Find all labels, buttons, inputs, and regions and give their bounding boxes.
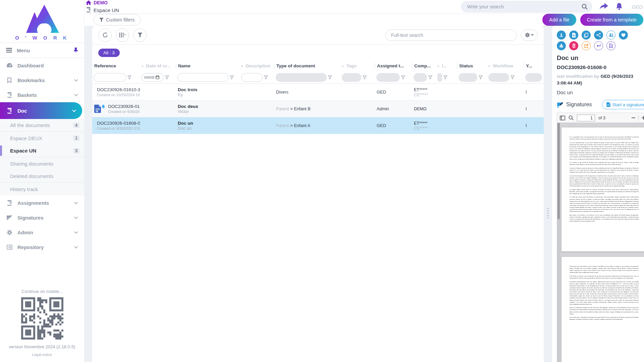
copy-button[interactable] — [582, 31, 591, 40]
legal-notice-link[interactable]: Legal notice — [32, 353, 52, 357]
filter-funnel-icon[interactable] — [401, 75, 405, 79]
filter-name-input[interactable] — [177, 73, 228, 82]
filter-button[interactable] — [133, 28, 147, 42]
column-header-i[interactable]: ▸I... — [436, 63, 457, 69]
download-button[interactable] — [557, 31, 566, 40]
filter-funnel-icon[interactable] — [127, 75, 131, 79]
sidebar-item-espace-un[interactable]: Espace UN 3 — [0, 144, 84, 157]
column-header-status[interactable]: Status — [457, 63, 487, 69]
column-header-tags[interactable]: ▸Tags — [340, 63, 375, 69]
notification-bell-icon[interactable] — [615, 3, 623, 11]
add-file-button[interactable]: Add a file — [542, 14, 576, 26]
columns-button[interactable] — [116, 28, 129, 42]
share-button[interactable] — [594, 31, 603, 40]
open-external-button[interactable] — [582, 41, 591, 50]
pdf-page-2: S'il pouvait nous être donné à nous, hom… — [561, 256, 644, 362]
column-header-workflow[interactable]: ▸Workflow — [487, 63, 524, 69]
app-logo[interactable]: O ' W O R K — [0, 0, 84, 43]
filter-funnel-icon[interactable] — [230, 75, 234, 79]
sidebar-item-admin[interactable]: Admin — [0, 225, 84, 240]
pdf-vertical-scrollbar[interactable] — [557, 123, 560, 362]
sort-arrow-icon: ▸ — [342, 64, 344, 68]
hamburger-icon[interactable] — [6, 48, 12, 53]
favorite-button[interactable] — [619, 31, 628, 40]
table-settings-button[interactable] — [521, 29, 538, 41]
column-header-reference[interactable]: Reference — [92, 63, 140, 69]
sidebar-item-sharing-documents[interactable]: Sharing documents — [0, 157, 84, 170]
column-header-y[interactable]: Y... — [524, 63, 544, 69]
upload-file-button[interactable] — [569, 31, 578, 40]
column-header-date[interactable]: ▸Date of cr... — [140, 63, 176, 69]
document-info-button[interactable] — [606, 41, 615, 50]
sidebar-toggle-icon[interactable] — [560, 116, 565, 120]
filter-reference-input[interactable] — [94, 73, 126, 82]
sidebar-item-baskets[interactable]: Baskets — [0, 87, 84, 102]
filter-funnel-icon[interactable] — [443, 75, 447, 79]
sidebar-item-assignments[interactable]: Assignments — [0, 195, 84, 210]
global-search-input[interactable] — [467, 4, 582, 9]
table-row-selected[interactable]: PDF DOC230926-01608-0Created on 9/26/202… — [92, 117, 544, 134]
filter-funnel-icon[interactable] — [264, 75, 268, 79]
column-header-assigned[interactable]: Assigned t... — [375, 63, 412, 69]
panel-resize-handle[interactable] — [547, 207, 549, 218]
sidebar-item-doc[interactable]: Doc — [0, 102, 82, 119]
table-row[interactable]: PDF DOC230926-01610-3Created on 10/29/20… — [92, 84, 544, 101]
sidebar-item-all-documents[interactable]: All the documents 4 — [0, 119, 84, 132]
fulltext-search-input[interactable] — [391, 33, 511, 38]
book-icon — [6, 200, 13, 206]
file-upload-icon — [572, 33, 576, 38]
signatures-section: Signatures PDF Start a signature — [557, 100, 644, 109]
filter-funnel-icon[interactable] — [328, 75, 332, 79]
sidebar-item-repository[interactable]: Repository — [0, 240, 84, 254]
sidebar-item-signatures[interactable]: Signatures — [0, 210, 84, 225]
search-icon[interactable] — [582, 4, 588, 10]
stamp-button[interactable] — [557, 41, 566, 50]
download-icon — [559, 33, 564, 37]
scrollbar-thumb[interactable] — [557, 123, 560, 219]
filter-funnel-icon[interactable] — [511, 75, 515, 79]
share-nodes-icon — [596, 33, 601, 37]
share-icon[interactable] — [599, 3, 608, 10]
refresh-button[interactable] — [98, 28, 112, 42]
sidebar-item-espace-deux[interactable]: Espace DEUX 1 — [0, 132, 84, 144]
columns-icon — [119, 33, 126, 38]
create-from-template-button[interactable]: Create from a template — [580, 14, 643, 26]
tab-all-count[interactable]: All : 3 — [98, 49, 120, 57]
sidebar-item-history-track[interactable]: History track — [0, 183, 84, 195]
filter-funnel-icon[interactable] — [428, 75, 432, 79]
filter-description-input[interactable] — [241, 73, 263, 82]
filter-funnel-icon[interactable] — [363, 75, 367, 79]
fulltext-search — [385, 29, 517, 41]
table-scroll-area: Reference ▸Date of cr... Name ▸Descripti… — [92, 60, 544, 134]
user-menu[interactable]: GED — [632, 4, 644, 10]
sidebar-item-dashboard[interactable]: Dashboard — [0, 58, 84, 73]
table-filter-row: mm/d — [92, 71, 544, 84]
filter-funnel-icon[interactable] — [479, 75, 483, 79]
delete-button[interactable] — [569, 41, 578, 50]
assign-users-button[interactable] — [606, 31, 615, 40]
sidebar-item-deleted-documents[interactable]: Deleted documents — [0, 170, 84, 183]
refresh-icon — [102, 32, 108, 38]
sort-arrow-icon: ▸ — [438, 64, 440, 68]
page-number-input[interactable] — [577, 115, 595, 121]
breadcrumb-home[interactable]: DEMO — [86, 0, 461, 5]
custom-filters-button[interactable]: Custom filters — [94, 14, 141, 25]
pin-icon[interactable] — [73, 48, 78, 53]
breadcrumb-space[interactable]: Espace UN — [86, 7, 461, 13]
sidebar-item-bookmarks[interactable]: Bookmarks — [0, 73, 84, 87]
start-signature-button[interactable]: PDF Start a signature — [602, 100, 644, 109]
menu-toggle-row[interactable]: Menu — [0, 43, 84, 58]
search-icon[interactable] — [569, 115, 574, 120]
filter-date-input[interactable]: mm/d — [142, 73, 164, 82]
column-header-description[interactable]: ▸Description — [239, 63, 274, 69]
zoom-in-icon[interactable] — [641, 116, 644, 120]
return-button[interactable] — [594, 41, 603, 50]
column-header-company[interactable]: Comp... — [412, 63, 436, 69]
pdf-viewer: of 3 Il y a aujourd'hui trois cent quara… — [557, 113, 644, 362]
column-header-type[interactable]: Type of document — [274, 63, 340, 69]
document-actions — [557, 31, 631, 50]
table-row[interactable]: w DOC230926-01609-0Created on 9/26/2023 … — [92, 101, 544, 117]
column-header-name[interactable]: Name — [176, 63, 239, 69]
filter-funnel-icon[interactable] — [165, 75, 169, 79]
zoom-out-icon[interactable] — [631, 116, 636, 120]
